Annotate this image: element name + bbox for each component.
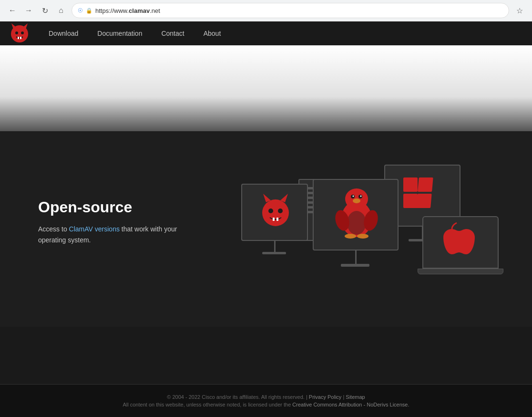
svg-rect-16 (403, 194, 418, 208)
address-bar[interactable]: ☉ 🔒 https://www.clamav.net (72, 3, 509, 18)
svg-rect-12 (273, 218, 275, 221)
privacy-policy-link[interactable]: Privacy Policy (309, 394, 341, 400)
refresh-button[interactable]: ↻ (38, 4, 51, 17)
footer-logo-area: ClamAV® (0, 415, 532, 417)
site-navigation: Download Documentation Contact About (0, 21, 532, 45)
hero-banner (0, 45, 532, 131)
url-display: https://www.clamav.net (95, 7, 160, 14)
linux-tux-svg (321, 185, 392, 242)
linux-stand (355, 250, 357, 264)
creative-commons-link[interactable]: Creative Commons Attribution - NoDerivs … (292, 402, 409, 407)
bsd-monitor (241, 184, 308, 241)
macbook-screen (422, 216, 499, 269)
shield-icon: ☉ (78, 7, 83, 14)
main-text-block: Open-source Access to ClamAV versions th… (38, 198, 191, 245)
back-button[interactable]: ← (6, 4, 19, 17)
macbook (422, 216, 503, 274)
nav-contact[interactable]: Contact (152, 21, 194, 45)
apple-icon-svg (442, 222, 481, 265)
svg-point-10 (268, 208, 273, 213)
svg-point-23 (353, 196, 354, 197)
main-subtitle: Access to ClamAV versions that work with… (38, 224, 191, 245)
dark-spacer (0, 327, 532, 384)
main-content: Open-source Access to ClamAV versions th… (0, 131, 532, 327)
linux-base (341, 264, 369, 267)
home-button[interactable]: ⌂ (54, 4, 68, 17)
svg-rect-17 (416, 194, 432, 208)
svg-rect-6 (20, 37, 21, 39)
macbook-body (418, 269, 503, 274)
browser-chrome: ← → ↻ ⌂ ☉ 🔒 https://www.clamav.net ☆ (0, 0, 532, 21)
footer-copyright: © 2004 - 2022 Cisco and/or its affiliate… (0, 394, 532, 400)
bsd-stand (274, 240, 276, 252)
nav-about[interactable]: About (194, 21, 231, 45)
lock-icon: 🔒 (86, 8, 92, 14)
svg-point-7 (262, 199, 289, 226)
svg-rect-14 (403, 177, 418, 192)
nav-documentation[interactable]: Documentation (88, 21, 152, 45)
svg-rect-15 (418, 177, 433, 192)
footer-license: All content on this website, unless othe… (0, 402, 532, 407)
svg-point-19 (347, 211, 366, 235)
svg-point-11 (278, 208, 283, 213)
svg-point-4 (21, 31, 24, 34)
url-tld: .net (150, 7, 160, 14)
svg-rect-5 (18, 37, 19, 39)
footer-clamav-logo (254, 415, 278, 417)
svg-point-25 (353, 198, 360, 203)
svg-point-28 (345, 234, 356, 239)
bsd-icon-svg (252, 192, 299, 230)
linux-monitor (313, 179, 399, 250)
svg-point-29 (357, 234, 368, 239)
bsd-base (262, 252, 286, 254)
main-title: Open-source (38, 198, 191, 216)
forward-button[interactable]: → (22, 4, 35, 17)
svg-rect-13 (276, 218, 278, 221)
footer: © 2004 - 2022 Cisco and/or its affiliate… (0, 384, 532, 417)
sitemap-link[interactable]: Sitemap (346, 394, 365, 400)
bookmark-button[interactable]: ☆ (513, 4, 526, 17)
clamav-versions-link[interactable]: ClamAV versions (69, 225, 120, 233)
svg-point-3 (15, 31, 18, 34)
windows-icon-svg (395, 170, 452, 218)
site-logo[interactable] (8, 21, 31, 46)
url-prefix: https://www. (95, 7, 129, 14)
nav-download[interactable]: Download (39, 21, 88, 45)
url-domain: clamav (129, 7, 150, 14)
os-illustration (217, 155, 503, 289)
svg-point-24 (360, 196, 362, 197)
browser-nav-buttons: ← → ↻ ⌂ (6, 4, 68, 17)
